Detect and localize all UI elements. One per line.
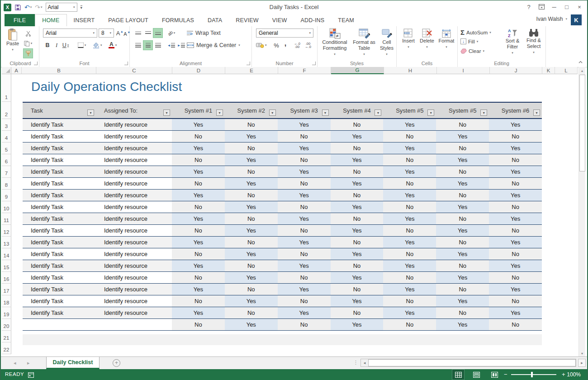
number-dialog-launcher[interactable]	[312, 62, 316, 65]
cell-task[interactable]: Identify Task	[23, 178, 96, 189]
zoom-level[interactable]: 100%	[567, 371, 581, 378]
account-menu[interactable]: Ivan Walsh▾	[536, 16, 567, 22]
cell-value[interactable]: No	[383, 178, 436, 189]
filter-button[interactable]: ▼	[533, 109, 540, 116]
tab-add-ins[interactable]: ADD-INS	[294, 14, 332, 26]
sort-filter-button[interactable]: A Z Sort & Filter▾	[502, 28, 523, 56]
column-header-I[interactable]: I	[437, 67, 490, 74]
empty-shaded-row[interactable]	[23, 334, 542, 345]
horizontal-scrollbar[interactable]: ◂	[360, 359, 576, 367]
cell-value[interactable]: Yes	[383, 260, 436, 271]
cell-value[interactable]: Yes	[436, 178, 489, 189]
table-header-cell[interactable]: System #2▼	[225, 103, 278, 118]
cell-value[interactable]: No	[436, 237, 489, 248]
cell-task[interactable]: Identify Task	[23, 225, 96, 236]
cell-value[interactable]: No	[172, 295, 225, 307]
cell-value[interactable]: Yes	[436, 295, 489, 307]
merge-center-button[interactable]: Merge & Center▾	[187, 41, 240, 50]
insert-cells-button[interactable]: Insert▾	[400, 28, 417, 50]
copy-button[interactable]: ▾	[24, 39, 33, 48]
cell-value[interactable]: No	[172, 248, 225, 260]
cell-value[interactable]: Yes	[383, 213, 436, 224]
accounting-format-button[interactable]: ▾	[256, 41, 267, 50]
cell-value[interactable]: Yes	[489, 307, 542, 318]
cell-value[interactable]: No	[383, 295, 436, 307]
cell-value[interactable]: Yes	[436, 201, 489, 213]
close-button[interactable]: ×	[574, 0, 585, 13]
cell-value[interactable]: Yes	[172, 284, 225, 295]
cell-value[interactable]: Yes	[278, 142, 331, 154]
clear-button[interactable]: Clear▾	[460, 48, 484, 54]
cell-value[interactable]: Yes	[383, 190, 436, 201]
help-button[interactable]: ?	[523, 0, 535, 13]
row-header-2[interactable]: 2	[2, 102, 11, 119]
cell-value[interactable]: No	[331, 213, 384, 224]
column-header-G[interactable]: G	[331, 67, 384, 74]
cell-value[interactable]: Yes	[225, 272, 278, 283]
cell-value[interactable]: No	[172, 225, 225, 236]
column-header-E[interactable]: E	[225, 67, 278, 74]
cell-value[interactable]: Yes	[172, 213, 225, 224]
horizontal-scrollbar-thumb[interactable]	[368, 359, 576, 366]
previous-sheet-button[interactable]: ◂	[14, 360, 16, 366]
filter-button[interactable]: ▼	[427, 109, 434, 116]
cell-task[interactable]: Identify Task	[23, 154, 96, 166]
cell-value[interactable]: Yes	[383, 307, 436, 318]
cell-value[interactable]: Yes	[436, 225, 489, 236]
fill-button[interactable]: ↓ Fill▾	[460, 38, 478, 44]
cell-value[interactable]: No	[331, 237, 384, 248]
filter-button[interactable]: ▼	[322, 109, 329, 116]
clipboard-dialog-launcher[interactable]	[34, 62, 38, 65]
column-header-L[interactable]: L	[555, 67, 578, 74]
normal-view-button[interactable]	[452, 370, 464, 380]
cell-assigned[interactable]: Identify resource	[96, 260, 172, 271]
column-header-C[interactable]: C	[96, 67, 172, 74]
table-header-cell[interactable]: System #3▼	[278, 103, 331, 118]
cell-value[interactable]: Yes	[331, 178, 384, 189]
format-as-table-button[interactable]: Format as Table▾	[351, 28, 377, 57]
cell-value[interactable]: Yes	[225, 178, 278, 189]
tab-file[interactable]: FILE	[5, 14, 35, 26]
cell-task[interactable]: Identify Task	[23, 190, 96, 201]
cell-value[interactable]: No	[383, 131, 436, 142]
cell-value[interactable]: No	[278, 154, 331, 166]
maximize-button[interactable]: □	[561, 0, 573, 13]
cell-value[interactable]: Yes	[225, 201, 278, 213]
row-header-9[interactable]: 9	[2, 190, 11, 201]
cell-value[interactable]: No	[278, 131, 331, 142]
cell-value[interactable]: No	[278, 225, 331, 236]
cell-value[interactable]: Yes	[172, 260, 225, 271]
row-header-20[interactable]: 20	[2, 319, 11, 331]
cell-value[interactable]: No	[225, 119, 278, 130]
tab-review[interactable]: REVIEW	[229, 14, 266, 26]
cell-task[interactable]: Identify Task	[23, 201, 96, 213]
tab-data[interactable]: DATA	[201, 14, 229, 26]
cell-value[interactable]: Yes	[278, 213, 331, 224]
row-header-18[interactable]: 18	[2, 295, 11, 307]
cell-task[interactable]: Identify Task	[23, 248, 96, 260]
underline-button[interactable]: U▾	[61, 41, 70, 50]
cell-value[interactable]: No	[278, 319, 331, 330]
cell-value[interactable]: No	[225, 260, 278, 271]
cell-task[interactable]: Identify Task	[23, 166, 96, 177]
filter-button[interactable]: ▼	[269, 109, 276, 116]
cell-value[interactable]: Yes	[331, 272, 384, 283]
cell-value[interactable]: Yes	[489, 213, 542, 224]
sheet-tab-daily-checklist[interactable]: Daily Checklist	[46, 357, 100, 369]
cell-assigned[interactable]: Identify resource	[96, 154, 172, 166]
cell-assigned[interactable]: Identify resource	[96, 190, 172, 201]
cell-value[interactable]: Yes	[172, 237, 225, 248]
cell-value[interactable]: No	[225, 284, 278, 295]
cell-value[interactable]: Yes	[331, 295, 384, 307]
cell-value[interactable]: Yes	[225, 248, 278, 260]
row-header-14[interactable]: 14	[2, 248, 11, 260]
cell-value[interactable]: No	[225, 190, 278, 201]
cell-assigned[interactable]: Identify resource	[96, 131, 172, 142]
delete-cells-button[interactable]: Delete▾	[418, 28, 436, 50]
row-header-7[interactable]: 7	[2, 166, 11, 178]
cell-assigned[interactable]: Identify resource	[96, 178, 172, 189]
cell-task[interactable]: Identify Task	[23, 237, 96, 248]
select-all-corner[interactable]	[2, 67, 11, 74]
cell-value[interactable]: Yes	[436, 319, 489, 330]
cell-styles-button[interactable]: Cell Styles▾	[377, 28, 396, 57]
